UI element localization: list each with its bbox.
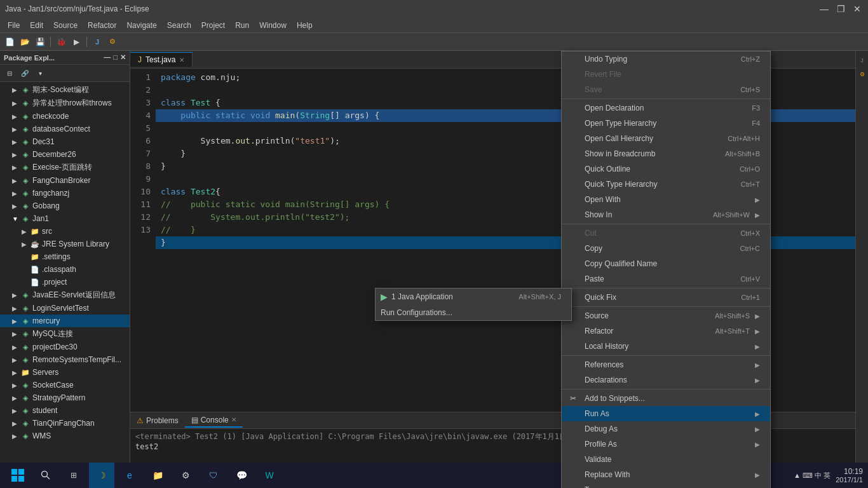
tree-item-src[interactable]: ▶ 📁 src bbox=[0, 225, 130, 238]
console-close[interactable]: ✕ bbox=[231, 416, 236, 423]
taskbar-app2[interactable]: 🛡 bbox=[201, 463, 226, 488]
tree-item-student[interactable]: ▶ ◈ student bbox=[0, 404, 130, 417]
tree-item-servers[interactable]: ▶ 📁 Servers bbox=[0, 366, 130, 379]
taskbar-task-view[interactable]: ⊞ bbox=[61, 463, 86, 488]
ctx-undo-typing[interactable]: Undo Typing Ctrl+Z bbox=[562, 51, 770, 67]
tree-item-projectdec30[interactable]: ▶ ◈ projectDec30 bbox=[0, 341, 130, 353]
taskbar-app4[interactable]: W bbox=[257, 463, 282, 488]
tree-item-jre[interactable]: ▶ ☕ JRE System Library bbox=[0, 238, 130, 250]
pkg-minimize[interactable]: — bbox=[104, 53, 111, 62]
ctx-quick-fix[interactable]: Quick Fix Ctrl+1 bbox=[562, 290, 770, 305]
ctx-team[interactable]: Team ▶ bbox=[562, 482, 770, 488]
taskbar-app1[interactable]: ⚙ bbox=[173, 463, 198, 488]
toolbar-new[interactable]: 📄 bbox=[3, 35, 17, 49]
toolbar-java-perspective[interactable]: J bbox=[90, 35, 104, 49]
tree-item-8[interactable]: ▶ ◈ FangChanBroker bbox=[0, 174, 130, 187]
pkg-collapse-all[interactable]: ⊟ bbox=[3, 66, 17, 80]
ctx-open-call-hierarchy[interactable]: Open Call Hierarchy Ctrl+Alt+H bbox=[562, 131, 770, 146]
toolbar-debug-perspective[interactable]: ⚙ bbox=[105, 35, 119, 49]
menu-source[interactable]: Source bbox=[48, 20, 83, 31]
maximize-button[interactable]: ❐ bbox=[835, 3, 846, 15]
menu-project[interactable]: Project bbox=[196, 20, 230, 31]
menu-search[interactable]: Search bbox=[162, 20, 196, 31]
taskbar-search[interactable] bbox=[33, 463, 58, 488]
ctx-add-to-snippets[interactable]: ✂ Add to Snippets... bbox=[562, 391, 770, 406]
close-button[interactable]: ✕ bbox=[851, 3, 863, 15]
svg-rect-2 bbox=[11, 476, 17, 482]
right-panel-btn2[interactable]: ⚙ bbox=[855, 67, 869, 81]
tab-problems[interactable]: ⚠ Problems bbox=[130, 414, 185, 427]
tree-item-9[interactable]: ▶ ◈ fangchanzj bbox=[0, 187, 130, 200]
tree-item-3[interactable]: ▶ ◈ checkcode bbox=[0, 110, 130, 123]
menu-file[interactable]: File bbox=[3, 20, 25, 31]
submenu-run-configs[interactable]: Run Configurations... bbox=[376, 305, 571, 320]
tree-item-2[interactable]: ▶ ◈ 异常处理throw和throws bbox=[0, 97, 130, 110]
toolbar-save[interactable]: 💾 bbox=[33, 35, 47, 49]
tab-console[interactable]: ▤ Console ✕ bbox=[185, 414, 243, 428]
tree-item-socket[interactable]: ▶ ◈ SocketCase bbox=[0, 379, 130, 391]
menu-window[interactable]: Window bbox=[254, 20, 292, 31]
toolbar-run[interactable]: ▶ bbox=[69, 35, 83, 49]
pkg-close[interactable]: ✕ bbox=[120, 53, 126, 62]
tree-item-10[interactable]: ▶ ◈ Gobang bbox=[0, 200, 130, 212]
ctx-show-in[interactable]: Show In Alt+Shift+W ▶ bbox=[562, 207, 770, 222]
ctx-replace-with[interactable]: Replace With ▶ bbox=[562, 467, 770, 482]
ctx-quick-type-hierarchy[interactable]: Quick Type Hierarchy Ctrl+T bbox=[562, 177, 770, 192]
tree-item-5[interactable]: ▶ ◈ Dec31 bbox=[0, 135, 130, 148]
tree-item-classpath[interactable]: 📄 .classpath bbox=[0, 263, 130, 276]
ctx-local-history[interactable]: Local History ▶ bbox=[562, 339, 770, 354]
ctx-declarations[interactable]: Declarations ▶ bbox=[562, 372, 770, 388]
ctx-paste[interactable]: Paste Ctrl+V bbox=[562, 271, 770, 287]
ctx-open-with[interactable]: Open With ▶ bbox=[562, 192, 770, 207]
taskbar-eclipse[interactable]: ☽ bbox=[89, 463, 114, 488]
tree-item-remote[interactable]: ▶ ◈ RemoteSystemsTempFil... bbox=[0, 353, 130, 366]
ctx-show-breadcrumb[interactable]: Show in Breadcrumb Alt+Shift+B bbox=[562, 146, 770, 161]
tree-item-1[interactable]: ▶ ◈ 期末-Socket编程 bbox=[0, 83, 130, 97]
tree-item-4[interactable]: ▶ ◈ databaseContect bbox=[0, 123, 130, 135]
taskbar-start-button[interactable] bbox=[5, 465, 31, 485]
ctx-debug-as[interactable]: Debug As ▶ bbox=[562, 421, 770, 437]
ctx-profile-as[interactable]: Profile As ▶ bbox=[562, 437, 770, 452]
tree-item-settings[interactable]: 📁 .settings bbox=[0, 250, 130, 263]
tree-item-login[interactable]: ▶ ◈ LoginServletTest bbox=[0, 302, 130, 315]
menu-navigate[interactable]: Navigate bbox=[121, 20, 161, 31]
tab-close-button[interactable]: ✕ bbox=[179, 57, 184, 64]
tree-item-mysql[interactable]: ▶ ◈ MySQL连接 bbox=[0, 327, 130, 341]
ctx-references[interactable]: References ▶ bbox=[562, 357, 770, 372]
ctx-open-declaration[interactable]: Open Declaration F3 bbox=[562, 100, 770, 116]
pkg-maximize[interactable]: □ bbox=[113, 53, 118, 62]
ctx-copy[interactable]: Copy Ctrl+C bbox=[562, 241, 770, 256]
ctx-refactor[interactable]: Refactor Alt+Shift+T ▶ bbox=[562, 323, 770, 339]
ctx-open-type-hierarchy[interactable]: Open Type Hierarchy F4 bbox=[562, 116, 770, 131]
ctx-validate[interactable]: Validate bbox=[562, 452, 770, 467]
taskbar-app3[interactable]: 💬 bbox=[229, 463, 254, 488]
toolbar-debug[interactable]: 🐞 bbox=[54, 35, 68, 49]
submenu-java-app[interactable]: ▶ 1 Java Application Alt+Shift+X, J bbox=[376, 288, 571, 305]
pkg-view-menu[interactable]: ▾ bbox=[33, 66, 47, 80]
tree-label: .settings bbox=[42, 252, 71, 261]
tree-item-mercury[interactable]: ▶ ◈ mercury bbox=[0, 315, 130, 327]
menu-edit[interactable]: Edit bbox=[25, 20, 48, 31]
menu-help[interactable]: Help bbox=[292, 20, 318, 31]
taskbar-ie[interactable]: e bbox=[117, 463, 142, 488]
minimize-button[interactable]: — bbox=[818, 3, 830, 15]
menu-run[interactable]: Run bbox=[230, 20, 254, 31]
tree-item-javaee[interactable]: ▶ ◈ JavaEE-Servlet返回信息 bbox=[0, 288, 130, 302]
pkg-link-editor[interactable]: 🔗 bbox=[18, 66, 32, 80]
taskbar-file-explorer[interactable]: 📁 bbox=[145, 463, 170, 488]
ctx-quick-outline[interactable]: Quick Outline Ctrl+O bbox=[562, 161, 770, 177]
tree-item-7[interactable]: ▶ ◈ Execise-页面跳转 bbox=[0, 161, 130, 174]
tab-test-java[interactable]: J Test.java ✕ bbox=[130, 52, 193, 67]
tree-item-tianqin[interactable]: ▶ ◈ TianQinFangChan bbox=[0, 417, 130, 430]
tree-item-strategy[interactable]: ▶ ◈ StrategyPattern bbox=[0, 391, 130, 404]
right-panel-btn1[interactable]: J bbox=[855, 53, 869, 67]
ctx-run-as[interactable]: Run As ▶ bbox=[562, 406, 770, 421]
ctx-copy-qualified-name[interactable]: Copy Qualified Name bbox=[562, 256, 770, 271]
tree-item-jan1[interactable]: ▼ ◈ Jan1 bbox=[0, 212, 130, 225]
tree-item-project[interactable]: 📄 .project bbox=[0, 276, 130, 288]
tree-item-6[interactable]: ▶ ◈ December26 bbox=[0, 148, 130, 161]
toolbar-open[interactable]: 📂 bbox=[18, 35, 32, 49]
ctx-source[interactable]: Source Alt+Shift+S ▶ bbox=[562, 308, 770, 323]
menu-refactor[interactable]: Refactor bbox=[83, 20, 121, 31]
tree-item-wms[interactable]: ▶ ◈ WMS bbox=[0, 430, 130, 442]
